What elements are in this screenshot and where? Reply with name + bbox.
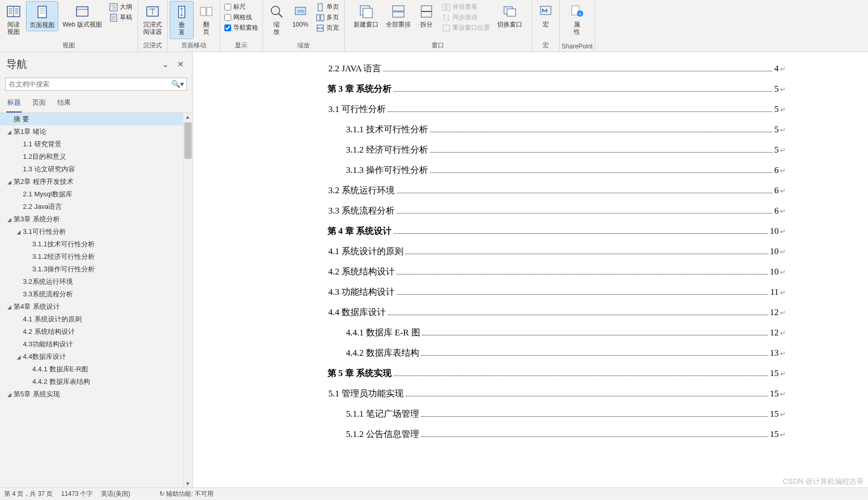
group-window-label: 窗口 <box>347 40 530 52</box>
nav-tree-item[interactable]: 1.1 研究背景 <box>0 138 192 151</box>
one-page-button[interactable]: 单页 <box>315 2 340 12</box>
nav-tree-item[interactable]: ◢第3章 系统分析 <box>0 213 192 226</box>
web-view-button[interactable]: Web 版式视图 <box>59 1 105 30</box>
status-page[interactable]: 第 4 页，共 37 页 <box>4 490 53 498</box>
scroll-down-icon[interactable]: ▼ <box>184 480 192 488</box>
nav-dropdown-icon[interactable]: ⌄ <box>160 57 171 71</box>
tab-pages[interactable]: 页面 <box>31 95 47 113</box>
svg-rect-8 <box>38 6 46 18</box>
page-width-button[interactable]: 页宽 <box>315 23 340 33</box>
paragraph-mark-icon: ↵ <box>780 207 786 216</box>
toc-row[interactable]: 4.4.1 数据库 E-R 图12↵ <box>328 327 786 339</box>
scroll-thumb[interactable] <box>184 122 192 159</box>
page-view-button[interactable]: 页面视图 <box>26 1 58 31</box>
nav-close-icon[interactable]: ✕ <box>175 57 186 71</box>
toc-row[interactable]: 3.1.3 操作可行性分析6↵ <box>328 164 786 176</box>
toc-row[interactable]: 第 3 章 系统分析5↵ <box>328 83 786 95</box>
toc-row[interactable]: 第 4 章 系统设计10↵ <box>328 225 786 237</box>
status-accessibility[interactable]: ↻ 辅助功能: 不可用 <box>159 490 213 498</box>
svg-rect-36 <box>393 6 404 11</box>
immersive-reader-button[interactable]: 沉浸式 阅读器 <box>140 1 165 38</box>
flip-button[interactable]: 翻 页 <box>195 1 218 38</box>
toc-row[interactable]: 4.4 数据库设计12↵ <box>328 306 786 318</box>
arrange-all-button[interactable]: 全部重排 <box>383 1 414 30</box>
tree-caret-icon[interactable]: ◢ <box>5 392 14 397</box>
toc-row[interactable]: 4.3 功能结构设计11↵ <box>328 286 786 298</box>
toc-row[interactable]: 2.2 JAVA 语言4↵ <box>328 63 786 74</box>
hundred-button[interactable]: 100 100% <box>289 1 312 30</box>
toc-row[interactable]: 5.1 管理员功能实现15↵ <box>328 388 786 399</box>
nav-tree-item[interactable]: 摘 要 <box>0 113 192 126</box>
nav-tree-item[interactable]: ◢4.4数据库设计 <box>0 351 192 363</box>
status-language[interactable]: 英语(美国) <box>101 490 130 498</box>
nav-tree-item[interactable]: 3.3系统流程分析 <box>0 288 192 301</box>
new-window-button[interactable]: 新建窗口 <box>350 1 382 30</box>
nav-tree-item[interactable]: 4.4.2 数据库表结构 <box>0 376 192 388</box>
ruler-checkbox[interactable]: 标尺 <box>224 2 258 12</box>
toc-row[interactable]: 5.1.2 公告信息管理15↵ <box>328 428 786 440</box>
tab-headings[interactable]: 标题 <box>6 95 22 113</box>
split-button[interactable]: 拆分 <box>415 1 438 30</box>
toc-row[interactable]: 4.2 系统结构设计10↵ <box>328 266 786 278</box>
toc-row[interactable]: 3.1.1 技术可行性分析5↵ <box>328 123 786 135</box>
draft-button[interactable]: 草稿 <box>108 12 133 22</box>
nav-tree-item[interactable]: 3.1.2经济可行性分析 <box>0 251 192 263</box>
switch-window-button[interactable]: 切换窗口 <box>494 1 525 30</box>
tree-caret-icon[interactable]: ◢ <box>5 179 14 185</box>
nav-tree-item[interactable]: 2.1 Mysql数据库 <box>0 188 192 201</box>
nav-pane-checkbox[interactable]: 导航窗格 <box>224 23 258 33</box>
vertical-button[interactable]: 垂 直 <box>170 1 194 39</box>
nav-search-input[interactable] <box>5 78 187 91</box>
nav-scrollbar[interactable]: ▲ ▼ <box>183 113 192 488</box>
gridlines-checkbox[interactable]: 网格线 <box>224 12 258 22</box>
document-area[interactable]: 2.2 JAVA 语言4↵第 3 章 系统分析5↵3.1 可行性分析5↵3.1.… <box>193 52 868 488</box>
vertical-label: 垂 直 <box>179 21 185 36</box>
nav-tree-item[interactable]: ◢第2章 程序开发技术 <box>0 176 192 188</box>
toc-row[interactable]: 3.2 系统运行环境6↵ <box>328 184 786 196</box>
ribbon-group-macros: 宏 宏 <box>532 0 560 52</box>
tree-caret-icon[interactable]: ◢ <box>15 354 23 360</box>
toc-row[interactable]: 3.1.2 经济可行性分析5↵ <box>328 144 786 156</box>
nav-tree-item[interactable]: 4.1 系统设计的原则 <box>0 313 192 326</box>
toc-row[interactable]: 4.1 系统设计的原则10↵ <box>328 245 786 257</box>
search-icon[interactable]: 🔍▾ <box>171 80 184 88</box>
nav-tree-item[interactable]: 3.2系统运行环境 <box>0 276 192 288</box>
tree-caret-icon[interactable]: ◢ <box>15 229 23 235</box>
ribbon-group-sharepoint: S 属 性 SharePoint <box>560 0 595 52</box>
toc-row[interactable]: 3.1 可行性分析5↵ <box>328 103 786 115</box>
paragraph-mark-icon: ↵ <box>780 248 786 256</box>
multi-page-button[interactable]: 多页 <box>315 12 340 22</box>
reset-pos-icon <box>442 24 450 32</box>
toc-row[interactable]: 5.1.1 笔记广场管理15↵ <box>328 408 786 420</box>
tab-results[interactable]: 结果 <box>56 95 72 113</box>
reset-pos-label: 重设窗口位置 <box>452 23 490 32</box>
nav-tree-item[interactable]: ◢3.1可行性分析 <box>0 226 192 238</box>
toc-dots <box>430 132 772 132</box>
read-view-button[interactable]: 阅读 视图 <box>2 1 25 38</box>
nav-tree-item[interactable]: 3.1.1技术可行性分析 <box>0 238 192 251</box>
toc-row[interactable]: 3.3 系统流程分析6↵ <box>328 205 786 217</box>
paragraph-mark-icon: ↵ <box>780 289 786 297</box>
nav-tree-item[interactable]: 1.3 论文研究内容 <box>0 163 192 176</box>
tree-caret-icon[interactable]: ◢ <box>5 217 14 222</box>
nav-tree-item[interactable]: 2.2 Java语言 <box>0 201 192 213</box>
nav-tree-item[interactable]: 3.1.3操作可行性分析 <box>0 263 192 276</box>
nav-tree-item[interactable]: ◢第5章 系统实现 <box>0 388 192 401</box>
nav-tree-item[interactable]: 4.3功能结构设计 <box>0 338 192 351</box>
status-words[interactable]: 11473 个字 <box>61 490 93 498</box>
toc-row[interactable]: 第 5 章 系统实现15↵ <box>328 367 786 379</box>
nav-tree-item[interactable]: 1.2目的和意义 <box>0 151 192 163</box>
tree-caret-icon[interactable]: ◢ <box>5 129 14 135</box>
nav-tree-item[interactable]: 4.2 系统结构设计 <box>0 326 192 338</box>
tree-item-label: 4.4.1 数据库E-R图 <box>32 365 190 374</box>
outline-button[interactable]: 大纲 <box>108 2 133 12</box>
properties-button[interactable]: S 属 性 <box>565 1 588 38</box>
nav-tree-item[interactable]: ◢第4章 系统设计 <box>0 301 192 313</box>
tree-caret-icon[interactable]: ◢ <box>5 304 14 310</box>
nav-tree-item[interactable]: ◢第1章 绪论 <box>0 126 192 138</box>
macro-button[interactable]: 宏 <box>534 1 557 30</box>
toc-row[interactable]: 4.4.2 数据库表结构13↵ <box>328 347 786 359</box>
zoom-button[interactable]: 缩 放 <box>265 1 288 38</box>
scroll-up-icon[interactable]: ▲ <box>184 113 192 121</box>
nav-tree-item[interactable]: 4.4.1 数据库E-R图 <box>0 363 192 376</box>
